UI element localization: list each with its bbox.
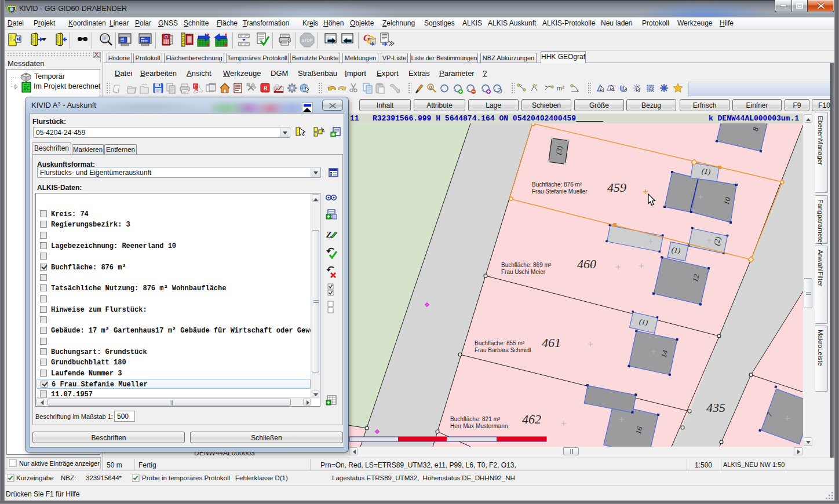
svg-text:Z: Z xyxy=(326,230,331,239)
svg-text:Frau Barbara Schmidt: Frau Barbara Schmidt xyxy=(475,347,531,353)
svg-text:Buchfläche: 876 m²: Buchfläche: 876 m² xyxy=(532,181,582,188)
svg-text:Q: Q xyxy=(429,85,432,90)
svg-text:1.01: 1.01 xyxy=(141,38,145,40)
svg-text:Buchfläche: 821 m²: Buchfläche: 821 m² xyxy=(450,416,501,422)
svg-text:P: P xyxy=(194,84,197,88)
svg-text:(1): (1) xyxy=(701,166,711,176)
svg-text:Frau Stefanie Mueller: Frau Stefanie Mueller xyxy=(532,188,588,195)
svg-text:(1): (1) xyxy=(639,317,648,327)
svg-text:(1): (1) xyxy=(671,245,681,255)
svg-text:459: 459 xyxy=(607,180,626,195)
svg-text:460: 460 xyxy=(577,257,596,271)
svg-text:Herr Max Mustermann: Herr Max Mustermann xyxy=(450,423,508,429)
svg-text:(3): (3) xyxy=(554,145,564,155)
svg-text:435: 435 xyxy=(706,400,725,415)
svg-text:B: B xyxy=(262,85,267,92)
svg-text:m²: m² xyxy=(557,85,564,92)
svg-text:(2): (2) xyxy=(712,236,723,246)
svg-text:462: 462 xyxy=(522,412,541,426)
svg-text:Buchfläche: 869 m²: Buchfläche: 869 m² xyxy=(501,262,552,268)
svg-text:461: 461 xyxy=(542,335,561,350)
svg-text:Frau Uschi Meier: Frau Uschi Meier xyxy=(501,269,546,275)
svg-text:STOP: STOP xyxy=(302,38,313,42)
svg-text:Buchfläche: 855 m²: Buchfläche: 855 m² xyxy=(475,340,525,346)
